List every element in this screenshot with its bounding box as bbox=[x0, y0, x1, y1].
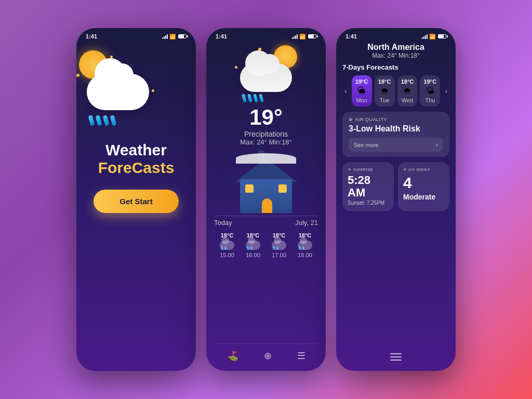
phone-current-weather: 1:41 📶 19° Pre bbox=[206, 28, 326, 371]
wifi-icon-3: 📶 bbox=[429, 34, 435, 39]
location-nav-icon[interactable]: ⛳ bbox=[227, 350, 238, 362]
hourly-forecast: 19°C 15.00 18°C 16.00 bbox=[214, 229, 318, 261]
wifi-icon: 📶 bbox=[169, 34, 176, 39]
day-card-mon[interactable]: 19°C 🌦 Mon bbox=[352, 75, 372, 107]
uv-icon: ✳ bbox=[403, 167, 407, 172]
sunrise-icon: ☀ bbox=[348, 167, 352, 172]
day-name-thu: Thu bbox=[425, 97, 435, 103]
welcome-content: Weather ForeCasts Get Start bbox=[76, 136, 196, 371]
location-range: Max: 24° Min:18° bbox=[342, 52, 449, 59]
uv-label: ✳ UV INDEX bbox=[403, 167, 444, 172]
battery-icon bbox=[178, 34, 187, 38]
day-temp-wed: 18°C bbox=[401, 78, 414, 85]
location-header: North America Max: 24° Min:18° bbox=[342, 43, 449, 59]
status-icons-1: 📶 bbox=[162, 34, 187, 39]
status-bar-1: 1:41 📶 bbox=[76, 28, 196, 43]
sunrise-card: ☀ SUNRISE 5:28 AM Sunset: 7.25PM bbox=[342, 162, 394, 211]
hourly-item-4: 18°C 18.00 bbox=[298, 232, 312, 258]
uv-card: ✳ UV INDEX 4 Moderate bbox=[398, 162, 449, 211]
signal-icon-2 bbox=[292, 34, 298, 39]
bottom-nav: ⛳ ⊕ ☰ bbox=[214, 343, 318, 366]
day-icon-mon: 🌦 bbox=[357, 86, 366, 96]
battery-icon-2 bbox=[308, 34, 316, 38]
see-more-text: See more bbox=[354, 142, 379, 148]
mini-cloud-3 bbox=[272, 241, 286, 250]
signal-icon-3 bbox=[422, 34, 428, 39]
sunrise-time: 5:28 AM bbox=[348, 174, 389, 199]
day-name-tue: Tue bbox=[380, 97, 390, 103]
hamburger-menu[interactable] bbox=[342, 353, 449, 366]
house-body bbox=[240, 179, 292, 213]
next-arrow-icon[interactable]: › bbox=[443, 85, 449, 97]
phone-forecast: 1:41 📶 North America Max: 24° Min:18° 7-… bbox=[336, 28, 456, 371]
status-bar-3: 1:41 📶 bbox=[336, 28, 456, 43]
date-today: Today bbox=[214, 219, 232, 227]
rain-icon-1 bbox=[89, 115, 115, 126]
status-icons-2: 📶 bbox=[292, 34, 316, 39]
hamburger-line-3 bbox=[390, 360, 402, 361]
forecast-days-list: 19°C 🌦 Mon 18°C 🌧 Tue 18°C 🌧 Wed bbox=[352, 75, 441, 107]
window-right bbox=[278, 184, 287, 193]
info-cards-row: ☀ SUNRISE 5:28 AM Sunset: 7.25PM ✳ UV IN… bbox=[342, 162, 449, 211]
day-card-thu[interactable]: 19°C 🌤 Thu bbox=[420, 75, 440, 107]
door bbox=[262, 198, 272, 213]
snow-roof bbox=[236, 153, 296, 164]
uv-value: 4 bbox=[403, 174, 444, 192]
sunrise-label: ☀ SUNRISE bbox=[348, 167, 389, 172]
get-start-button[interactable]: Get Start bbox=[94, 190, 178, 213]
app-title: Weather ForeCasts bbox=[98, 141, 175, 177]
day-card-tue[interactable]: 18°C 🌧 Tue bbox=[375, 75, 395, 107]
cloud-icon-2 bbox=[240, 63, 292, 92]
title-line1: Weather bbox=[98, 141, 175, 159]
mini-cloud-2 bbox=[246, 241, 260, 250]
day-temp-thu: 19°C bbox=[424, 78, 437, 85]
aq-label: ⊕ AIR QUALITY bbox=[349, 117, 443, 122]
hamburger-line-2 bbox=[390, 356, 402, 357]
hourly-time-1: 15.00 bbox=[220, 252, 234, 258]
day-icon-tue: 🌧 bbox=[380, 86, 389, 96]
add-nav-icon[interactable]: ⊕ bbox=[264, 350, 272, 362]
mini-cloud-4 bbox=[298, 241, 312, 250]
current-illustration bbox=[232, 45, 300, 102]
time-3: 1:41 bbox=[345, 33, 357, 39]
day-icon-thu: 🌤 bbox=[426, 86, 434, 96]
temp-value: 19° bbox=[214, 105, 318, 130]
day-name-wed: Wed bbox=[402, 97, 413, 103]
hourly-time-4: 18.00 bbox=[298, 252, 312, 258]
signal-icon bbox=[162, 34, 168, 39]
hourly-time-2: 16.00 bbox=[246, 252, 260, 258]
air-quality-card: ⊕ AIR QUALITY 3-Low Health Risk See more… bbox=[342, 112, 449, 157]
hourly-item-1: 19°C 15.00 bbox=[220, 232, 234, 258]
day-card-wed[interactable]: 18°C 🌧 Wed bbox=[397, 75, 418, 107]
time-1: 1:41 bbox=[86, 33, 97, 39]
hamburger-line-1 bbox=[390, 353, 402, 354]
sunset-time: Sunset: 7.25PM bbox=[348, 200, 389, 206]
forecast-content: North America Max: 24° Min:18° 7-Days Fo… bbox=[336, 43, 456, 371]
globe-icon: ⊕ bbox=[349, 117, 353, 122]
aq-value: 3-Low Health Risk bbox=[349, 124, 443, 134]
see-more-row[interactable]: See more › bbox=[349, 138, 443, 152]
time-2: 1:41 bbox=[216, 33, 227, 39]
phone-welcome: 1:41 📶 Weather Fo bbox=[76, 28, 196, 371]
prev-arrow-icon[interactable]: ‹ bbox=[342, 85, 349, 97]
window-left bbox=[245, 184, 254, 193]
welcome-illustration bbox=[76, 48, 165, 126]
location-name: North America bbox=[342, 43, 449, 52]
uv-desc: Moderate bbox=[403, 193, 444, 201]
current-weather-content: 19° Precipitations Max: 24° Min:18° Toda… bbox=[206, 43, 326, 371]
status-icons-3: 📶 bbox=[422, 34, 446, 39]
day-temp-tue: 18°C bbox=[378, 78, 391, 85]
title-line2: ForeCasts bbox=[98, 159, 175, 177]
temperature-display: 19° Precipitations Max: 24° Min:18° bbox=[214, 105, 318, 146]
house-illustration bbox=[230, 151, 302, 213]
battery-icon-3 bbox=[438, 34, 446, 38]
chevron-right-icon: › bbox=[436, 141, 438, 149]
date-value: July, 21 bbox=[295, 219, 318, 227]
mini-cloud-1 bbox=[220, 241, 234, 250]
menu-nav-icon[interactable]: ☰ bbox=[297, 350, 305, 362]
rain-icon-2 bbox=[243, 94, 263, 102]
hourly-time-3: 17.00 bbox=[272, 252, 286, 258]
sun-dot-2 bbox=[76, 74, 79, 77]
status-bar-2: 1:41 📶 bbox=[206, 28, 326, 43]
precip-label: Precipitations bbox=[214, 130, 318, 138]
